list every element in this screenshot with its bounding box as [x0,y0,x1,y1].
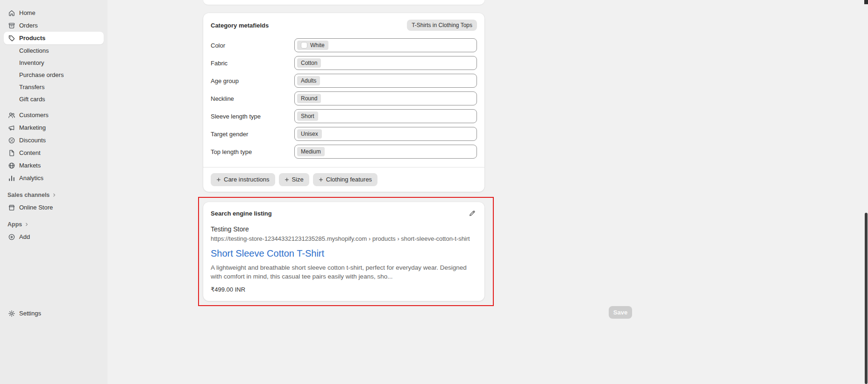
add-size-button[interactable]: Size [279,173,309,186]
chip-label: Round [301,95,317,102]
analytics-bars-icon [7,174,15,182]
chip-label: White [310,42,325,49]
sidebar-item-label: Home [19,9,36,16]
annotation-highlight: Search engine listing Testing Store http… [198,197,494,306]
sidebar-item-online-store[interactable]: Online Store [4,201,104,214]
main-content: Category metafields T-Shirts in Clothing… [203,0,484,306]
metafield-input-sleeve-length[interactable]: Short [294,109,477,123]
apps-label: Apps [7,221,22,228]
metafield-row: Fabric Cotton [211,56,477,70]
sidebar-item-gift-cards[interactable]: Gift cards [4,93,104,105]
seo-price: ₹499.00 INR [211,286,477,293]
metafield-row: Neckline Round [211,91,477,105]
sidebar-item-label: Online Store [19,204,53,211]
apps-header[interactable]: Apps [4,218,104,230]
seo-result-title-link[interactable]: Short Sleeve Cotton T-Shirt [211,248,324,259]
plus-icon [319,177,323,182]
card-header: Search engine listing [211,209,477,218]
category-metafields-card: Category metafields T-Shirts in Clothing… [203,13,484,192]
sidebar-nav: Home Orders Products Collections Invento… [4,7,104,243]
add-metafield-buttons: Care instructions Size Clothing features [211,173,477,186]
card-header: Category metafields T-Shirts in Clothing… [211,20,477,31]
metafield-row: Target gender Unisex [211,127,477,141]
metafield-input-top-length[interactable]: Medium [294,145,477,159]
value-chip[interactable]: White [297,41,328,50]
sidebar-item-transfers[interactable]: Transfers [4,81,104,93]
sidebar-item-marketing[interactable]: Marketing [4,121,104,134]
sidebar-item-settings[interactable]: Settings [4,307,104,320]
sidebar: Home Orders Products Collections Invento… [0,0,107,384]
metafield-input-neckline[interactable]: Round [294,91,477,105]
chip-label: Adults [301,77,316,84]
online-store-icon [7,203,15,211]
seo-result-description: A lightweight and breathable short sleev… [211,263,472,281]
sidebar-item-home[interactable]: Home [4,7,104,19]
content-file-icon [7,149,15,157]
metafield-label: Target gender [211,131,294,138]
previous-card-partial [203,0,484,5]
sidebar-item-inventory[interactable]: Inventory [4,56,104,69]
sidebar-item-label: Marketing [19,124,46,131]
sidebar-item-label: Products [19,35,45,42]
card-title: Search engine listing [211,210,272,217]
sidebar-item-label: Customers [19,112,49,119]
chip-label: Unisex [301,131,318,137]
marketing-megaphone-icon [7,124,15,132]
sidebar-item-collections[interactable]: Collections [4,44,104,56]
sidebar-item-label: Discounts [19,137,46,144]
add-button-label: Size [292,176,304,183]
sidebar-item-label: Markets [19,162,41,169]
sidebar-item-analytics[interactable]: Analytics [4,172,104,184]
category-badge[interactable]: T-Shirts in Clothing Tops [407,20,477,31]
color-swatch [301,42,307,49]
metafield-row: Color White [211,38,477,52]
value-chip[interactable]: Medium [297,147,325,156]
products-tag-icon [7,34,15,42]
metafield-row: Age group Adults [211,74,477,88]
plus-icon [285,177,289,182]
metafield-input-fabric[interactable]: Cotton [294,56,477,70]
sidebar-item-label: Gift cards [19,96,45,103]
sidebar-item-orders[interactable]: Orders [4,19,104,32]
add-clothing-features-button[interactable]: Clothing features [313,173,377,186]
search-engine-listing-card: Search engine listing Testing Store http… [203,202,484,301]
metafield-input-color[interactable]: White [294,38,477,52]
vertical-scrollbar-thumb[interactable] [865,213,868,384]
value-chip[interactable]: Cotton [297,58,321,68]
metafield-label: Sleeve length type [211,113,294,120]
sidebar-item-markets[interactable]: Markets [4,159,104,172]
sidebar-item-purchase-orders[interactable]: Purchase orders [4,69,104,81]
sidebar-item-products[interactable]: Products [4,32,104,44]
add-care-instructions-button[interactable]: Care instructions [211,173,275,186]
value-chip[interactable]: Adults [297,76,320,85]
metafield-row: Top length type Medium [211,145,477,159]
sidebar-footer: Settings [4,307,104,320]
edit-seo-button[interactable] [468,209,477,218]
sidebar-item-label: Content [19,149,41,156]
value-chip[interactable]: Unisex [297,129,322,139]
value-chip[interactable]: Round [297,94,321,103]
save-button[interactable]: Save [609,306,632,319]
metafield-label: Neckline [211,95,294,102]
chevron-right-icon [52,193,57,197]
metafield-input-age-group[interactable]: Adults [294,74,477,88]
sidebar-item-label: Transfers [19,84,44,91]
sidebar-item-customers[interactable]: Customers [4,109,104,121]
sidebar-item-label: Orders [19,22,38,29]
gear-icon [7,309,15,317]
customers-icon [7,111,15,119]
metafield-label: Age group [211,77,294,84]
metafield-label: Top length type [211,148,294,155]
sidebar-item-content[interactable]: Content [4,147,104,159]
metafield-input-target-gender[interactable]: Unisex [294,127,477,141]
metafield-label: Fabric [211,60,294,67]
value-chip[interactable]: Short [297,112,318,121]
sidebar-item-discounts[interactable]: Discounts [4,134,104,147]
circle-plus-icon [7,233,15,241]
pencil-icon [469,209,476,217]
chip-label: Medium [301,148,321,155]
card-title: Category metafields [211,22,269,29]
sidebar-item-add-app[interactable]: Add [4,230,104,243]
orders-icon [7,21,15,29]
sales-channels-header[interactable]: Sales channels [4,189,104,201]
